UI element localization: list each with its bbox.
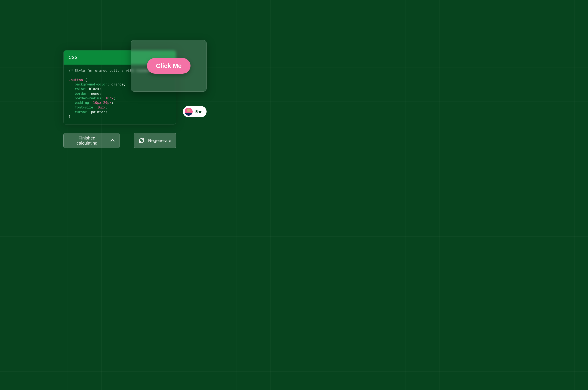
preview-card: Click Me xyxy=(131,40,207,92)
rating-text: 5 xyxy=(195,109,202,114)
finished-calculating-button[interactable]: Finished calculating xyxy=(63,133,120,148)
demo-button[interactable]: Click Me xyxy=(147,58,190,74)
demo-button-label: Click Me xyxy=(156,62,182,69)
rating-badge[interactable]: 5 xyxy=(183,106,207,117)
avatar xyxy=(184,107,193,116)
rating-value: 5 xyxy=(195,109,198,114)
finished-label: Finished calculating xyxy=(68,136,106,146)
star-icon xyxy=(198,110,202,113)
regenerate-icon xyxy=(139,138,144,143)
regenerate-label: Regenerate xyxy=(148,138,171,143)
regenerate-button[interactable]: Regenerate xyxy=(134,133,176,148)
code-language-label: CSS xyxy=(69,55,78,60)
chevron-up-icon xyxy=(110,138,115,143)
